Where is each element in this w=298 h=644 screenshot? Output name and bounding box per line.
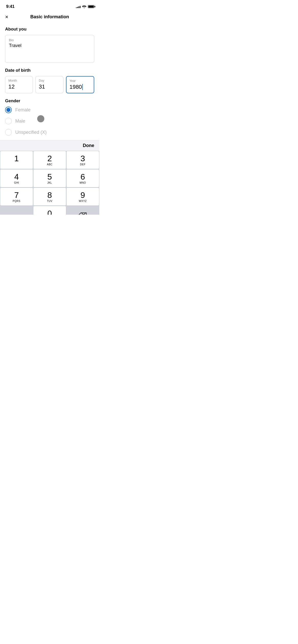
bio-label: Bio: [9, 38, 90, 42]
key-empty-left: [0, 206, 33, 215]
key-letters-4: GHI: [14, 181, 19, 184]
key-1[interactable]: 1: [0, 151, 33, 169]
key-6[interactable]: 6MNO: [66, 169, 99, 187]
gender-section: Gender Female Male Unspecified (X): [5, 98, 94, 136]
key-letters-9: WXYZ: [79, 200, 87, 203]
keypad: 12ABC3DEF4GHI5JKL6MNO7PQRS8TUV9WXYZ: [0, 151, 99, 206]
female-label: Female: [15, 107, 31, 113]
female-radio-inner: [6, 108, 10, 112]
key-letters-8: TUV: [47, 200, 52, 203]
day-label: Day: [39, 79, 60, 82]
close-button[interactable]: ×: [5, 14, 8, 20]
status-icons: [76, 5, 94, 9]
drag-indicator: [37, 115, 44, 122]
delete-icon: ⌫: [78, 212, 87, 215]
gender-title: Gender: [5, 98, 94, 104]
key-0[interactable]: 0: [33, 206, 66, 215]
key-number-8: 8: [47, 191, 52, 199]
status-time: 9:41: [6, 4, 15, 9]
month-field[interactable]: Month 12: [5, 76, 33, 93]
page-title: Basic information: [30, 14, 69, 20]
key-number-6: 6: [80, 173, 85, 181]
key-3[interactable]: 3DEF: [66, 151, 99, 169]
key-letters-3: DEF: [80, 163, 86, 166]
key-number-5: 5: [47, 173, 52, 181]
key-letters-6: MNO: [80, 181, 86, 184]
year-value: 1980: [70, 84, 91, 90]
male-label: Male: [15, 119, 25, 124]
key-number-9: 9: [80, 191, 85, 199]
dob-title: Date of birth: [5, 68, 94, 73]
key-7[interactable]: 7PQRS: [0, 187, 33, 206]
female-radio[interactable]: [5, 107, 12, 113]
key-letters-2: ABC: [47, 163, 52, 166]
keypad-bottom-row: 0⌫: [0, 206, 99, 215]
signal-icon: [76, 5, 80, 8]
unspecified-radio[interactable]: [5, 129, 12, 136]
bio-value: Travel: [9, 43, 90, 48]
bio-field[interactable]: Bio Travel: [5, 35, 94, 63]
battery-icon: [88, 5, 94, 8]
gender-option-unspecified[interactable]: Unspecified (X): [5, 129, 94, 136]
done-bar: Done: [0, 140, 99, 151]
month-value: 12: [8, 83, 30, 90]
dob-section: Date of birth Month 12 Day 31 Year 1980: [5, 68, 94, 93]
key-4[interactable]: 4GHI: [0, 169, 33, 187]
wifi-icon: [82, 5, 86, 9]
key-letters-5: JKL: [47, 181, 52, 184]
day-value: 31: [39, 83, 60, 90]
about-you-title: About you: [5, 27, 94, 32]
key-number-1: 1: [14, 154, 19, 163]
key-8[interactable]: 8TUV: [33, 187, 66, 206]
key-5[interactable]: 5JKL: [33, 169, 66, 187]
content-area: About you Bio Travel Date of birth Month…: [0, 23, 99, 136]
unspecified-label: Unspecified (X): [15, 130, 47, 135]
key-letters-7: PQRS: [13, 200, 20, 203]
delete-button[interactable]: ⌫: [66, 206, 99, 215]
done-button[interactable]: Done: [83, 143, 94, 148]
key-number-7: 7: [14, 191, 19, 199]
key-number-3: 3: [80, 154, 85, 163]
dob-fields: Month 12 Day 31 Year 1980: [5, 76, 94, 93]
status-bar: 9:41: [0, 0, 99, 11]
header: × Basic information: [0, 11, 99, 23]
month-label: Month: [8, 79, 30, 82]
year-field[interactable]: Year 1980: [66, 76, 94, 93]
gender-option-female[interactable]: Female: [5, 107, 94, 113]
male-radio[interactable]: [5, 118, 12, 124]
key-2[interactable]: 2ABC: [33, 151, 66, 169]
key-number-4: 4: [14, 173, 19, 181]
key-number-0: 0: [47, 209, 52, 215]
year-label: Year: [70, 79, 91, 83]
gender-option-male[interactable]: Male: [5, 118, 94, 124]
day-field[interactable]: Day 31: [35, 76, 63, 93]
key-number-2: 2: [47, 154, 52, 163]
key-9[interactable]: 9WXYZ: [66, 187, 99, 206]
